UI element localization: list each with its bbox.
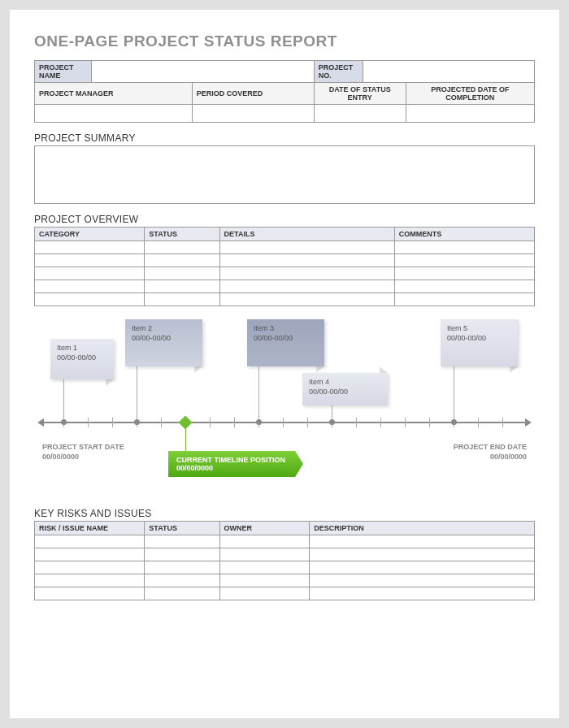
- page-title: ONE-PAGE PROJECT STATUS REPORT: [34, 32, 535, 50]
- overview-label: PROJECT OVERVIEW: [34, 214, 535, 225]
- timeline-item-3: Item 3 00/00-00/00: [247, 319, 324, 366]
- project-name-label: PROJECT NAME: [35, 61, 92, 83]
- start-label: PROJECT START DATE: [42, 443, 124, 451]
- timeline-dot: [256, 419, 262, 425]
- item-name: Item 4: [309, 378, 329, 386]
- table-row: [35, 587, 535, 600]
- timeline-item-2: Item 2 00/00-00/00: [125, 319, 202, 366]
- project-manager-value: [35, 105, 193, 123]
- current-label: CURRENT TIMELINE POSITION: [176, 456, 285, 464]
- col-category: CATEGORY: [35, 228, 145, 241]
- col-risk-owner: OWNER: [219, 522, 310, 535]
- timeline: Item 1 00/00-00/00 Item 2 00/00-00/00 It…: [34, 319, 535, 498]
- project-info-table: PROJECT NAME PROJECT NO. PROJECT MANAGER…: [34, 60, 535, 123]
- date-status-entry-value: [314, 105, 406, 123]
- table-row: [35, 561, 535, 574]
- end-label-block: PROJECT END DATE 00/00/0000: [454, 443, 527, 462]
- project-no-label: PROJECT NO.: [314, 61, 363, 83]
- item-range: 00/00-00/00: [254, 334, 293, 342]
- timeline-item-5: Item 5 00/00-00/00: [441, 319, 518, 366]
- col-details: DETAILS: [219, 228, 394, 241]
- col-risk-status: STATUS: [145, 522, 219, 535]
- end-date: 00/00/0000: [490, 453, 527, 461]
- item-range: 00/00-00/00: [309, 388, 348, 396]
- table-row: [35, 254, 535, 267]
- col-risk-name: RISK / ISSUE NAME: [35, 522, 145, 535]
- current-position-flag: CURRENT TIMELINE POSITION 00/00/0000: [168, 451, 303, 477]
- start-date: 00/00/0000: [42, 453, 79, 461]
- timeline-dot: [134, 419, 140, 425]
- connector: [454, 366, 454, 419]
- project-name-value: [92, 61, 315, 83]
- item-range: 00/00-00/00: [447, 334, 486, 342]
- item-range: 00/00-00/00: [132, 334, 171, 342]
- current-connector: [185, 427, 186, 451]
- page: ONE-PAGE PROJECT STATUS REPORT PROJECT N…: [10, 10, 559, 718]
- project-no-value: [363, 61, 534, 83]
- timeline-item-1: Item 1 00/00-00/00: [50, 339, 114, 379]
- timeline-item-4: Item 4 00/00-00/00: [302, 373, 388, 405]
- item-name: Item 5: [447, 324, 467, 332]
- table-row: [35, 574, 535, 587]
- table-row: [35, 548, 535, 561]
- item-range: 00/00-00/00: [57, 353, 96, 362]
- projected-completion-value: [406, 105, 534, 123]
- col-comments: COMMENTS: [394, 228, 534, 241]
- risks-table: RISK / ISSUE NAME STATUS OWNER DESCRIPTI…: [34, 521, 535, 600]
- projected-completion-label: PROJECTED DATE OF COMPLETION: [406, 83, 534, 105]
- table-row: [35, 293, 535, 306]
- timeline-dot: [451, 419, 457, 425]
- period-covered-value: [192, 105, 314, 123]
- table-row: [35, 280, 535, 293]
- overview-table: CATEGORY STATUS DETAILS COMMENTS: [34, 227, 535, 306]
- timeline-dot: [329, 419, 335, 425]
- period-covered-label: PERIOD COVERED: [192, 83, 314, 105]
- summary-label: PROJECT SUMMARY: [34, 132, 535, 144]
- item-name: Item 2: [132, 324, 152, 332]
- date-status-entry-label: DATE OF STATUS ENTRY: [314, 83, 406, 105]
- start-label-block: PROJECT START DATE 00/00/0000: [42, 443, 124, 462]
- connector: [137, 366, 137, 419]
- connector: [63, 379, 64, 419]
- table-row: [35, 535, 535, 548]
- col-status: STATUS: [145, 228, 219, 241]
- risks-label: KEY RISKS AND ISSUES: [34, 508, 535, 519]
- connector: [258, 366, 259, 419]
- col-risk-description: DESCRIPTION: [310, 522, 535, 535]
- project-manager-label: PROJECT MANAGER: [35, 83, 193, 105]
- timeline-dot: [61, 419, 67, 425]
- current-date: 00/00/0000: [176, 464, 213, 472]
- item-name: Item 1: [57, 344, 77, 352]
- item-name: Item 3: [254, 324, 274, 332]
- table-row: [35, 267, 535, 280]
- table-row: [35, 241, 535, 254]
- summary-box: [34, 145, 535, 204]
- end-label: PROJECT END DATE: [454, 443, 527, 451]
